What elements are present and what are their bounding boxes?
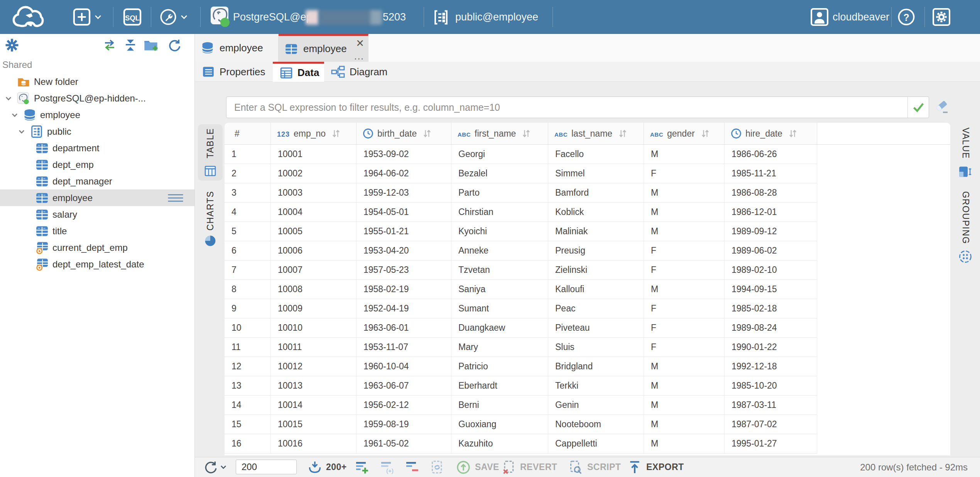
data-cell[interactable]: F bbox=[644, 164, 725, 183]
tab-diagram[interactable]: Diagram bbox=[324, 62, 407, 82]
data-cell[interactable]: 1989-06-02 bbox=[725, 241, 817, 260]
data-cell[interactable]: Nooteboom bbox=[548, 415, 644, 434]
data-cell[interactable]: Berni bbox=[451, 396, 548, 415]
tree-item-new-folder[interactable]: New folder bbox=[0, 73, 194, 90]
data-cell[interactable]: M bbox=[644, 434, 725, 453]
sidebar-settings-gear-icon[interactable] bbox=[5, 38, 19, 52]
column-header-birth_date[interactable]: birth_date bbox=[357, 123, 451, 145]
data-cell[interactable]: 1959-12-03 bbox=[357, 183, 451, 203]
tab-employee-database[interactable]: employee bbox=[195, 34, 279, 62]
data-cell[interactable]: 1985-02-18 bbox=[725, 299, 817, 318]
data-cell[interactable]: M bbox=[644, 357, 725, 376]
tree-item-public[interactable]: public bbox=[0, 123, 194, 140]
tree-item-department[interactable]: department bbox=[0, 140, 194, 156]
data-cell[interactable]: 1963-06-07 bbox=[357, 376, 451, 396]
chevron-down-icon[interactable] bbox=[17, 127, 30, 136]
data-cell[interactable]: 1987-07-02 bbox=[725, 415, 817, 434]
data-cell[interactable]: 10007 bbox=[271, 260, 357, 280]
sort-icon[interactable] bbox=[421, 128, 433, 139]
data-cell[interactable]: 1958-02-19 bbox=[357, 280, 451, 299]
data-cell[interactable]: F bbox=[644, 318, 725, 338]
collapse-all-icon[interactable] bbox=[123, 39, 137, 52]
data-cell[interactable]: 1964-06-02 bbox=[357, 164, 451, 183]
column-header-gender[interactable]: ABCgender bbox=[644, 123, 725, 145]
column-header-first_name[interactable]: ABCfirst_name bbox=[451, 123, 548, 145]
save-button[interactable]: SAVE bbox=[456, 457, 499, 477]
data-cell[interactable]: Koblick bbox=[548, 203, 644, 222]
refresh-results-button[interactable] bbox=[203, 457, 227, 477]
data-cell[interactable]: M bbox=[644, 415, 725, 434]
apply-filter-button[interactable] bbox=[907, 97, 929, 118]
data-cell[interactable]: 10001 bbox=[271, 145, 357, 164]
refresh-document-button[interactable] bbox=[429, 457, 445, 477]
schema-selector-icon[interactable] bbox=[433, 9, 449, 25]
data-cell[interactable]: Preusig bbox=[548, 241, 644, 260]
fetch-size-input[interactable] bbox=[236, 460, 297, 474]
tab-data[interactable]: Data bbox=[273, 62, 324, 82]
new-connection-chevron-down-icon[interactable] bbox=[94, 14, 102, 20]
data-cell[interactable]: 1989-08-24 bbox=[725, 318, 817, 338]
data-cell[interactable]: 10008 bbox=[271, 280, 357, 299]
panel-tab-value[interactable]: VALUE bbox=[950, 125, 980, 183]
sql-editor-button[interactable]: SQL bbox=[123, 8, 142, 26]
column-header-hire_date[interactable]: hire_date bbox=[725, 123, 817, 145]
data-cell[interactable]: F bbox=[644, 260, 725, 280]
data-cell[interactable]: F bbox=[644, 338, 725, 357]
data-cell[interactable]: 10013 bbox=[271, 376, 357, 396]
postgres-connection-icon[interactable] bbox=[210, 6, 230, 28]
data-cell[interactable]: 10016 bbox=[271, 434, 357, 453]
data-cell[interactable]: 1956-02-12 bbox=[357, 396, 451, 415]
data-cell[interactable]: F bbox=[644, 241, 725, 260]
data-cell[interactable]: M bbox=[644, 203, 725, 222]
data-cell[interactable]: M bbox=[644, 280, 725, 299]
data-cell[interactable]: Tzvetan bbox=[451, 260, 548, 280]
sync-selection-icon[interactable] bbox=[103, 39, 117, 52]
tree-item-dept-emp[interactable]: dept_emp bbox=[0, 156, 194, 173]
data-cell[interactable]: 1954-05-01 bbox=[357, 203, 451, 222]
column-header-last_name[interactable]: ABClast_name bbox=[548, 123, 644, 145]
data-cell[interactable]: Bamford bbox=[548, 183, 644, 203]
data-cell[interactable]: 10002 bbox=[271, 164, 357, 183]
data-cell[interactable]: 1989-02-10 bbox=[725, 260, 817, 280]
data-cell[interactable]: 10006 bbox=[271, 241, 357, 260]
panel-tab-grouping[interactable]: GROUPING bbox=[950, 187, 980, 272]
data-cell[interactable]: Piveteau bbox=[548, 318, 644, 338]
data-cell[interactable]: Zielinski bbox=[548, 260, 644, 280]
data-cell[interactable]: 1960-10-04 bbox=[357, 357, 451, 376]
fetch-more-button[interactable]: 200+ bbox=[308, 457, 347, 477]
data-cell[interactable]: 1986-08-28 bbox=[725, 183, 817, 203]
tree-item-dept-manager[interactable]: dept_manager bbox=[0, 173, 194, 189]
refresh-tree-icon[interactable] bbox=[167, 38, 181, 52]
data-cell[interactable]: Sumant bbox=[451, 299, 548, 318]
user-avatar-icon[interactable] bbox=[810, 8, 829, 26]
sort-icon[interactable] bbox=[520, 128, 532, 139]
tree-item-menu-icon[interactable] bbox=[167, 193, 184, 203]
driver-manager-button[interactable] bbox=[160, 8, 177, 25]
settings-gear-button[interactable] bbox=[932, 8, 951, 26]
data-cell[interactable]: Eberhardt bbox=[451, 376, 548, 396]
presentation-tab-charts[interactable]: CHARTS bbox=[195, 188, 226, 250]
data-cell[interactable]: 1957-05-23 bbox=[357, 260, 451, 280]
data-cell[interactable]: Kalloufi bbox=[548, 280, 644, 299]
new-folder-icon[interactable] bbox=[144, 38, 158, 52]
sql-filter-input[interactable] bbox=[226, 97, 907, 118]
data-cell[interactable]: 1987-03-11 bbox=[725, 396, 817, 415]
export-button[interactable]: EXPORT bbox=[627, 457, 684, 477]
data-cell[interactable]: Cappelletti bbox=[548, 434, 644, 453]
data-cell[interactable]: Mary bbox=[451, 338, 548, 357]
tree-item-title[interactable]: title bbox=[0, 223, 194, 239]
driver-chevron-down-icon[interactable] bbox=[180, 14, 188, 20]
tab-properties[interactable]: Properties bbox=[195, 62, 273, 82]
tab-employee-table[interactable]: employee ✕ ... bbox=[279, 34, 368, 62]
data-cell[interactable]: 1953-11-07 bbox=[357, 338, 451, 357]
data-cell[interactable]: 1992-12-18 bbox=[725, 357, 817, 376]
schema-selector[interactable]: public@employee bbox=[455, 0, 538, 34]
data-cell[interactable]: 1995-01-27 bbox=[725, 434, 817, 453]
new-connection-button[interactable] bbox=[73, 8, 91, 26]
data-cell[interactable]: 1959-08-19 bbox=[357, 415, 451, 434]
data-cell[interactable]: 10004 bbox=[271, 203, 357, 222]
data-cell[interactable]: 1986-06-26 bbox=[725, 145, 817, 164]
data-cell[interactable]: 1961-05-02 bbox=[357, 434, 451, 453]
data-cell[interactable]: 10009 bbox=[271, 299, 357, 318]
sort-icon[interactable] bbox=[700, 128, 711, 139]
